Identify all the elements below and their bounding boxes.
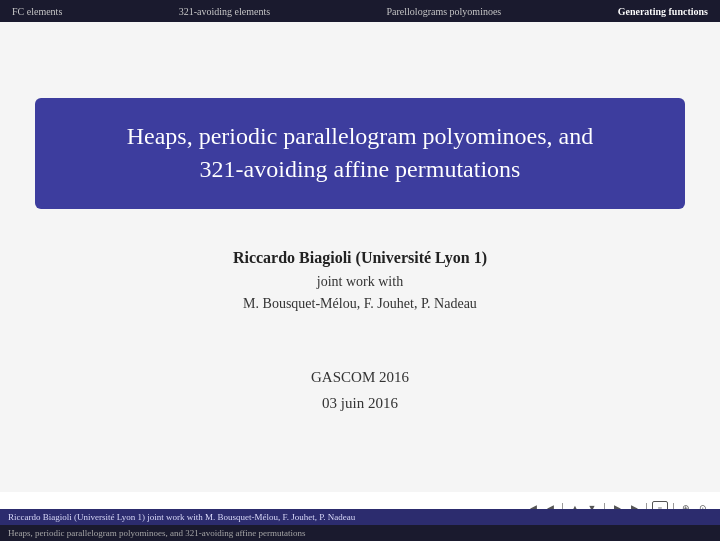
title-box: Heaps, periodic parallelogram polyominoe… (35, 98, 685, 209)
title-line1: Heaps, periodic parallelogram polyominoe… (127, 123, 594, 149)
conference-text: GASCOM 2016 03 juin 2016 (311, 365, 409, 416)
main-content: Heaps, periodic parallelogram polyominoe… (0, 22, 720, 492)
author-collab: joint work with M. Bousquet-Mélou, F. Jo… (233, 271, 487, 316)
bottom-bar: Riccardo Biagioli (Université Lyon 1) jo… (0, 509, 720, 541)
nav-item-fc-elements[interactable]: FC elements (8, 6, 66, 17)
bottom-line1: Riccardo Biagioli (Université Lyon 1) jo… (0, 509, 720, 525)
conference-line2: 03 juin 2016 (322, 395, 398, 411)
collab-line1: joint work with (317, 274, 403, 289)
conference-section: GASCOM 2016 03 juin 2016 (311, 365, 409, 416)
conference-line1: GASCOM 2016 (311, 369, 409, 385)
title-line2: 321-avoiding affine permutations (200, 156, 521, 182)
bottom-line2: Heaps, periodic parallelogram polyominoe… (0, 525, 720, 541)
top-navigation: FC elements 321-avoiding elements Parell… (0, 0, 720, 22)
nav-item-321-avoiding[interactable]: 321-avoiding elements (175, 6, 274, 17)
author-name: Riccardo Biagioli (Université Lyon 1) (233, 249, 487, 267)
presentation-title: Heaps, periodic parallelogram polyominoe… (75, 120, 645, 187)
nav-item-parallelograms[interactable]: Parellolograms polyominoes (383, 6, 506, 17)
author-section: Riccardo Biagioli (Université Lyon 1) jo… (233, 249, 487, 316)
nav-items-list: FC elements 321-avoiding elements Parell… (8, 6, 712, 17)
nav-item-generating-functions[interactable]: Generating functions (614, 6, 712, 17)
collab-line2: M. Bousquet-Mélou, F. Jouhet, P. Nadeau (243, 296, 477, 311)
